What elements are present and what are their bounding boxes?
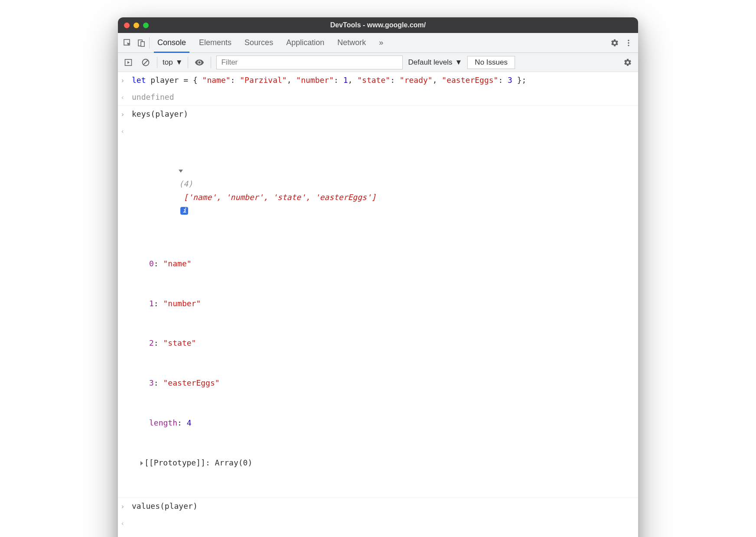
settings-icon[interactable] [609, 37, 621, 49]
issues-button[interactable]: No Issues [467, 56, 515, 69]
titlebar: DevTools - www.google.com/ [118, 17, 638, 33]
expand-toggle-icon[interactable] [179, 170, 183, 173]
output-value: undefined [132, 91, 635, 104]
separator [211, 57, 211, 68]
inspect-icon[interactable] [121, 37, 134, 49]
array-index: 2 [149, 338, 154, 347]
console-input-code: values(player) [132, 500, 635, 513]
chevron-down-icon: ▼ [176, 58, 183, 67]
levels-label: Default levels [408, 58, 452, 67]
context-selector[interactable]: top ▼ [163, 58, 182, 67]
array-result[interactable]: (4) ['Parzival', 1, 'ready', 3] i 0: "Pa… [132, 517, 635, 537]
prototype-label: [[Prototype]] [144, 458, 205, 467]
tab-application[interactable]: Application [286, 33, 324, 52]
panel-tabbar: Console Elements Sources Application Net… [118, 33, 638, 53]
array-result[interactable]: (4) ['name', 'number', 'state', 'easterE… [132, 124, 635, 496]
live-expression-icon[interactable] [193, 56, 205, 69]
console-output-row: ‹ (4) ['name', 'number', 'state', 'easte… [118, 123, 638, 498]
sidebar-toggle-icon[interactable] [122, 56, 134, 69]
close-icon[interactable] [124, 23, 130, 28]
chevron-down-icon: ▼ [455, 58, 463, 67]
svg-point-3 [628, 39, 629, 41]
input-chevron-icon: › [121, 108, 132, 121]
separator [149, 37, 150, 49]
array-value: "easterEggs" [163, 378, 220, 387]
traffic-lights [124, 23, 149, 28]
array-index: 1 [149, 299, 154, 308]
separator [157, 57, 157, 68]
console-input-row[interactable]: › values(player) [118, 498, 638, 515]
console-input-code: let player = { "name": "Parzival", "numb… [132, 74, 635, 87]
tab-sources[interactable]: Sources [244, 33, 273, 52]
console-output-row: ‹ undefined [118, 89, 638, 106]
array-value: "name" [163, 259, 192, 268]
array-value: "number" [163, 299, 201, 308]
console-toolbar: top ▼ Default levels ▼ No Issues [118, 53, 638, 72]
context-label: top [163, 58, 173, 67]
tabs: Console Elements Sources Application Net… [157, 33, 383, 52]
maximize-icon[interactable] [143, 23, 149, 28]
svg-rect-0 [124, 39, 130, 45]
log-levels-selector[interactable]: Default levels ▼ [408, 58, 462, 67]
clear-console-icon[interactable] [140, 56, 152, 69]
console-input-row[interactable]: › keys(player) [118, 106, 638, 123]
array-value: "state" [163, 338, 196, 347]
window-title: DevTools - www.google.com/ [118, 21, 638, 29]
svg-point-5 [628, 45, 629, 46]
filter-input[interactable] [216, 56, 403, 69]
console-settings-icon[interactable] [622, 56, 634, 69]
device-toggle-icon[interactable] [135, 37, 147, 49]
tabs-overflow-icon[interactable]: » [379, 33, 383, 52]
prototype-value: Array(0) [215, 458, 253, 467]
array-index: 3 [149, 378, 154, 387]
expand-toggle-icon[interactable] [140, 461, 143, 465]
output-arrow-icon: ‹ [121, 517, 132, 537]
more-icon[interactable] [622, 37, 635, 49]
svg-point-4 [628, 42, 629, 43]
minimize-icon[interactable] [134, 23, 139, 28]
array-count: (4) [179, 179, 193, 188]
tab-network[interactable]: Network [337, 33, 366, 52]
length-label: length [149, 418, 177, 427]
tab-elements[interactable]: Elements [199, 33, 231, 52]
array-summary: ['name', 'number', 'state', 'easterEggs'… [179, 193, 376, 202]
info-icon[interactable]: i [180, 207, 188, 215]
input-chevron-icon: › [121, 500, 132, 513]
length-value: 4 [187, 418, 192, 427]
input-chevron-icon: › [121, 74, 132, 87]
output-arrow-icon: ‹ [121, 124, 132, 496]
separator [188, 57, 188, 68]
console-input-code: keys(player) [132, 108, 635, 121]
array-index: 0 [149, 259, 154, 268]
output-arrow-icon: ‹ [121, 91, 132, 104]
devtools-window: DevTools - www.google.com/ Console Eleme… [118, 17, 638, 537]
svg-rect-2 [141, 42, 144, 46]
console-output-row: ‹ (4) ['Parzival', 1, 'ready', 3] i 0: "… [118, 515, 638, 537]
svg-line-8 [143, 60, 148, 65]
console-output: › let player = { "name": "Parzival", "nu… [118, 72, 638, 537]
console-input-row[interactable]: › let player = { "name": "Parzival", "nu… [118, 72, 638, 89]
tab-console[interactable]: Console [157, 33, 186, 52]
